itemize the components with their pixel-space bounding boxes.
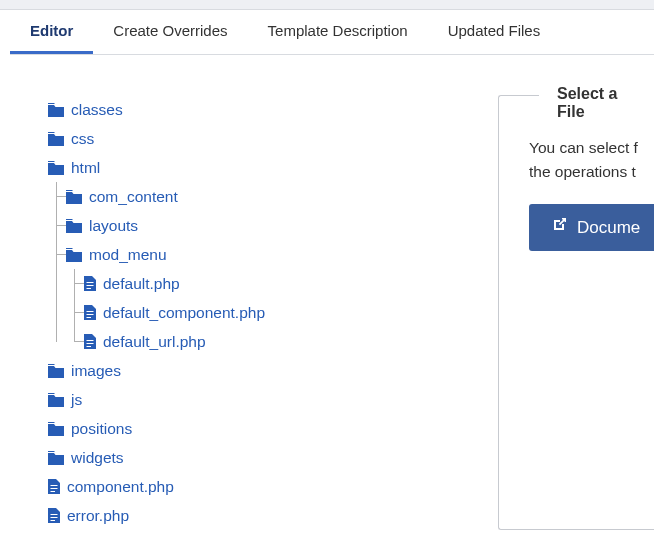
- html-children: com_content layouts mod_menu: [56, 182, 468, 356]
- folder-html[interactable]: html: [48, 153, 468, 182]
- panel-text-line1: You can select f: [529, 139, 638, 156]
- folder-positions[interactable]: positions: [48, 414, 468, 443]
- tabs-bar: Editor Create Overrides Template Descrip…: [10, 10, 654, 55]
- file-default-php[interactable]: default.php: [84, 269, 468, 298]
- panel-text: You can select f the operations t: [529, 136, 654, 184]
- folder-label: js: [71, 391, 82, 409]
- file-icon: [48, 479, 60, 494]
- folder-icon: [66, 248, 82, 262]
- folder-icon: [48, 451, 64, 465]
- mod-menu-children: default.php default_component.php defaul…: [74, 269, 468, 356]
- folder-label: css: [71, 130, 94, 148]
- tab-template-description[interactable]: Template Description: [248, 10, 428, 54]
- folder-label: images: [71, 362, 121, 380]
- file-icon: [48, 508, 60, 523]
- folder-label: classes: [71, 101, 123, 119]
- file-error-php[interactable]: error.php: [48, 501, 468, 530]
- folder-icon: [66, 190, 82, 204]
- top-bar: [0, 0, 654, 10]
- button-label: Docume: [577, 218, 640, 238]
- file-label: default_url.php: [103, 333, 206, 351]
- file-default-url-php[interactable]: default_url.php: [84, 327, 468, 356]
- folder-label: html: [71, 159, 100, 177]
- file-default-component-php[interactable]: default_component.php: [84, 298, 468, 327]
- folder-label: com_content: [89, 188, 178, 206]
- file-icon: [84, 305, 96, 320]
- folder-classes[interactable]: classes: [48, 95, 468, 124]
- tab-updated-files[interactable]: Updated Files: [428, 10, 561, 54]
- documentation-button[interactable]: Docume: [529, 204, 654, 251]
- panel-text-line2: the operations t: [529, 163, 636, 180]
- folder-css[interactable]: css: [48, 124, 468, 153]
- folder-images[interactable]: images: [48, 356, 468, 385]
- folder-icon: [48, 393, 64, 407]
- file-label: error.php: [67, 507, 129, 525]
- folder-widgets[interactable]: widgets: [48, 443, 468, 472]
- folder-label: positions: [71, 420, 132, 438]
- folder-com-content[interactable]: com_content: [66, 182, 468, 211]
- file-icon: [84, 276, 96, 291]
- folder-mod-menu[interactable]: mod_menu: [66, 240, 468, 269]
- folder-label: mod_menu: [89, 246, 167, 264]
- file-tree: classes css html com_content layouts: [48, 95, 468, 530]
- file-label: default_component.php: [103, 304, 265, 322]
- folder-layouts[interactable]: layouts: [66, 211, 468, 240]
- tab-create-overrides[interactable]: Create Overrides: [93, 10, 247, 54]
- tab-editor[interactable]: Editor: [10, 10, 93, 54]
- content-area: classes css html com_content layouts: [0, 55, 654, 530]
- folder-icon: [48, 132, 64, 146]
- panel-title: Select a File: [539, 85, 654, 121]
- folder-js[interactable]: js: [48, 385, 468, 414]
- file-component-php[interactable]: component.php: [48, 472, 468, 501]
- folder-label: widgets: [71, 449, 124, 467]
- folder-icon: [48, 161, 64, 175]
- folder-icon: [66, 219, 82, 233]
- external-link-icon: [551, 217, 567, 238]
- folder-label: layouts: [89, 217, 138, 235]
- file-label: default.php: [103, 275, 180, 293]
- select-file-panel: Select a File You can select f the opera…: [498, 95, 654, 530]
- folder-icon: [48, 422, 64, 436]
- folder-icon: [48, 103, 64, 117]
- folder-icon: [48, 364, 64, 378]
- file-icon: [84, 334, 96, 349]
- file-label: component.php: [67, 478, 174, 496]
